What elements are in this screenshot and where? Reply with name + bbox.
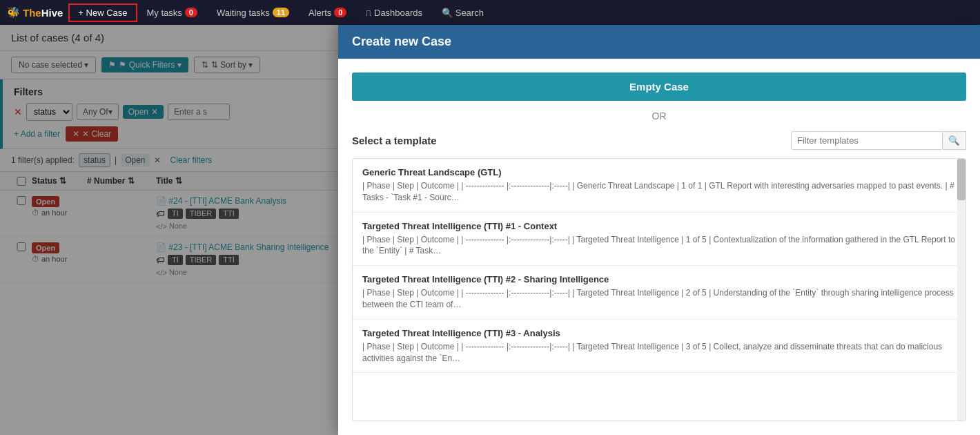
or-divider: OR xyxy=(352,101,966,131)
top-navigation: 🐝 TheHive + New Case My tasks 0 Waiting … xyxy=(0,0,980,25)
select-template-header: Select a template 🔍 xyxy=(352,131,966,150)
template-desc-0: | Phase | Step | Outcome | | -----------… xyxy=(362,180,956,204)
waiting-tasks-label: Waiting tasks xyxy=(217,8,270,18)
template-desc-1: | Phase | Step | Outcome | | -----------… xyxy=(362,234,956,258)
my-tasks-badge: 0 xyxy=(185,8,197,17)
modal-title: Create new Case xyxy=(352,35,451,48)
waiting-tasks-nav[interactable]: Waiting tasks 11 xyxy=(207,0,299,25)
my-tasks-nav[interactable]: My tasks 0 xyxy=(137,0,207,25)
template-item-0[interactable]: Generic Threat Landscape (GTL) | Phase |… xyxy=(353,159,966,213)
modal-body: Empty Case OR Select a template 🔍 Generi… xyxy=(338,59,980,435)
scrollbar-thumb[interactable] xyxy=(957,159,966,200)
dashboards-label: ⎍ Dashboards xyxy=(366,8,422,18)
select-template-label: Select a template xyxy=(352,135,437,146)
template-name-1: Targeted Threat Intelligence (TTI) #1 - … xyxy=(362,221,956,231)
template-filter-input[interactable] xyxy=(791,131,943,150)
create-case-modal: Create new Case Empty Case OR Select a t… xyxy=(338,25,980,435)
search-nav[interactable]: 🔍 Search xyxy=(432,0,493,25)
brand-name: TheHive xyxy=(23,7,63,19)
new-case-button[interactable]: + New Case xyxy=(68,3,137,22)
brand-logo: 🐝 TheHive xyxy=(7,6,63,19)
template-name-3: Targeted Threat Intelligence (TTI) #3 - … xyxy=(362,328,956,338)
template-name-0: Generic Threat Landscape (GTL) xyxy=(362,167,956,177)
my-tasks-label: My tasks xyxy=(147,8,182,18)
template-item-1[interactable]: Targeted Threat Intelligence (TTI) #1 - … xyxy=(353,213,966,267)
alerts-label: Alerts xyxy=(308,8,331,18)
template-item-2[interactable]: Targeted Threat Intelligence (TTI) #2 - … xyxy=(353,266,966,320)
waiting-tasks-badge: 11 xyxy=(273,8,289,17)
template-desc-3: | Phase | Step | Outcome | | -----------… xyxy=(362,341,956,365)
alerts-badge: 0 xyxy=(334,8,346,17)
template-search-wrap: 🔍 xyxy=(791,131,966,150)
alerts-nav[interactable]: Alerts 0 xyxy=(299,0,356,25)
templates-list: Generic Threat Landscape (GTL) | Phase |… xyxy=(352,158,966,421)
magnifier-icon: 🔍 xyxy=(948,135,960,146)
search-label: 🔍 Search xyxy=(442,8,484,18)
empty-case-button[interactable]: Empty Case xyxy=(352,72,966,101)
main-area: List of cases (4 of 4) No case selected … xyxy=(0,25,980,435)
scrollbar-track xyxy=(957,159,966,420)
dashboards-nav[interactable]: ⎍ Dashboards xyxy=(356,0,432,25)
brand-icon: 🐝 xyxy=(7,6,20,19)
template-item-3[interactable]: Targeted Threat Intelligence (TTI) #3 - … xyxy=(353,320,966,374)
modal-header: Create new Case xyxy=(338,25,980,59)
template-name-2: Targeted Threat Intelligence (TTI) #2 - … xyxy=(362,274,956,284)
template-search-button[interactable]: 🔍 xyxy=(943,131,966,150)
template-desc-2: | Phase | Step | Outcome | | -----------… xyxy=(362,287,956,311)
